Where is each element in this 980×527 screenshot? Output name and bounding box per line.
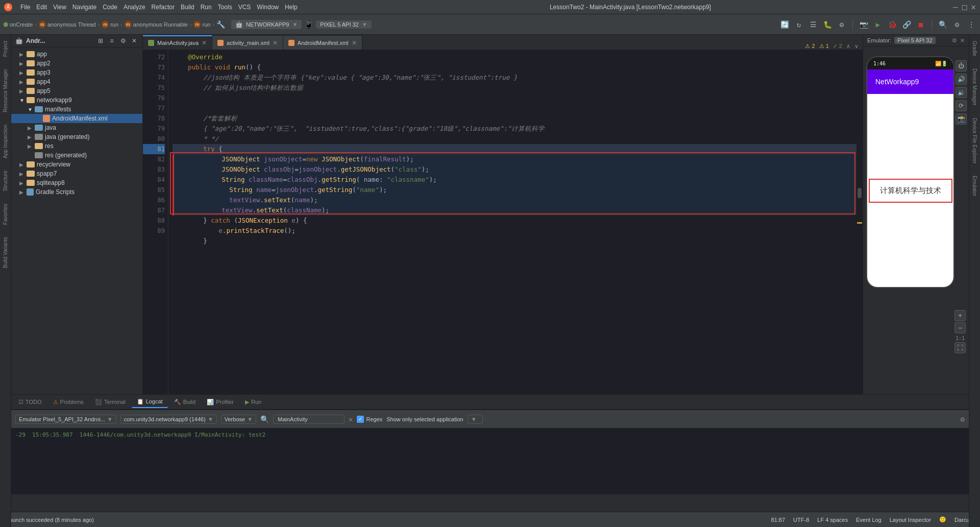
screenshot-button[interactable]: 📸 xyxy=(955,113,967,125)
search-button[interactable]: 🔍 xyxy=(937,19,948,30)
tree-item-networkapp9[interactable]: ▼ networkapp9 xyxy=(11,95,142,105)
sidebar-close-icon[interactable]: ✕ xyxy=(130,37,138,45)
tab-run[interactable]: ▶ Run xyxy=(240,397,266,408)
sidebar-expand-icon[interactable]: ⊞ xyxy=(96,37,105,45)
show-selected-dropdown[interactable]: ▼ xyxy=(468,415,483,424)
breadcrumb-runnable[interactable]: m anonymous Runnable xyxy=(125,21,188,28)
tree-item-app5[interactable]: ▶ app5 xyxy=(11,86,142,95)
more-button[interactable]: ⋮ xyxy=(966,19,977,30)
device-config[interactable]: PIXEL 5 API 32 ▼ xyxy=(316,20,371,29)
tree-item-androidmanifest[interactable]: AndroidManifest.xml xyxy=(11,114,142,123)
tree-item-java[interactable]: ▶ java xyxy=(11,123,142,132)
attach-button[interactable]: 🔗 xyxy=(901,19,912,30)
tab-activity-main-xml[interactable]: activity_main.xml ✕ xyxy=(212,35,283,50)
tab-androidmanifest[interactable]: AndroidManifest.xml ✕ xyxy=(283,35,362,50)
vtab-app-inspection[interactable]: App Inspection xyxy=(3,118,8,164)
menu-refactor[interactable]: Refactor xyxy=(152,4,175,11)
tab-close-manifest[interactable]: ✕ xyxy=(352,39,357,46)
tab-todo[interactable]: ☑ TODO xyxy=(13,397,47,408)
logcat-content[interactable]: -29 15:05:35.987 1446-1446/com.unity3d.n… xyxy=(11,428,969,494)
vtab-emulator[interactable]: Emulator xyxy=(972,170,977,202)
rotate-button[interactable]: ⟳ xyxy=(955,100,967,111)
tab-logcat[interactable]: 📋 Logcat xyxy=(132,396,168,408)
tree-item-app3[interactable]: ▶ app3 xyxy=(11,68,142,77)
editor-scrollbar[interactable] xyxy=(856,50,863,394)
menu-help[interactable]: Help xyxy=(285,4,298,11)
tab-profiler[interactable]: 📊 Profiler xyxy=(202,397,239,408)
debug-run-button[interactable]: 🐞 xyxy=(887,19,898,30)
tab-close-activitymain[interactable]: ✕ xyxy=(273,39,278,46)
status-position[interactable]: 81:87 xyxy=(771,517,786,523)
emulator-settings-icon[interactable]: ⚙ xyxy=(952,37,957,44)
vtab-build-variants[interactable]: Build Variants xyxy=(3,231,8,274)
device-dropdown-icon[interactable]: ▼ xyxy=(362,21,368,28)
stop-button[interactable]: ■ xyxy=(915,19,926,30)
tree-item-recyclerview[interactable]: ▶ recyclerview xyxy=(11,160,142,169)
status-indent[interactable]: LF 4 spaces xyxy=(817,517,848,523)
tab-close-mainactivity[interactable]: ✕ xyxy=(202,39,207,46)
tree-item-app4[interactable]: ▶ app4 xyxy=(11,77,142,86)
breadcrumb-run2[interactable]: m run xyxy=(193,21,210,28)
logcat-search-input[interactable] xyxy=(273,415,345,424)
vtab-project[interactable]: Project xyxy=(3,35,8,63)
list-button[interactable]: ☰ xyxy=(807,19,819,30)
fit-screen-button[interactable]: ⛶ xyxy=(954,342,966,353)
maximize-button[interactable]: □ xyxy=(962,2,967,12)
menu-build[interactable]: Build xyxy=(181,4,194,11)
zoom-out-button[interactable]: − xyxy=(954,322,966,333)
tree-item-gradle[interactable]: ▶ Gradle Scripts xyxy=(11,187,142,197)
menu-navigate[interactable]: Navigate xyxy=(72,4,96,11)
volume-down-button[interactable]: 🔉 xyxy=(955,87,967,98)
scrollbar-thumb[interactable] xyxy=(857,188,862,198)
tree-item-manifests[interactable]: ▼ manifests xyxy=(11,105,142,114)
refresh-button[interactable]: 🔄 xyxy=(779,19,790,30)
run-config-dropdown-icon[interactable]: ▼ xyxy=(292,21,298,28)
zoom-in-button[interactable]: + xyxy=(954,310,966,321)
sync-button[interactable]: ↻ xyxy=(793,19,804,30)
tab-problems[interactable]: ⚠ Problems xyxy=(48,397,89,408)
logcat-device-selector[interactable]: Emulator Pixel_5_API_32 Androi... ▼ xyxy=(15,415,116,424)
run-config[interactable]: 🤖 NETWORKAPP9 ▼ xyxy=(231,20,302,29)
tree-item-res[interactable]: ▶ res xyxy=(11,141,142,151)
tree-item-spapp7[interactable]: ▶ spapp7 xyxy=(11,169,142,178)
code-content[interactable]: @Override public void run() { //json结构 本… xyxy=(168,50,863,394)
minimize-button[interactable]: — xyxy=(953,2,958,12)
volume-up-button[interactable]: 🔊 xyxy=(955,74,967,85)
menu-run[interactable]: Run xyxy=(201,4,212,11)
status-layout-inspector[interactable]: Layout Inspector xyxy=(890,517,931,523)
tree-item-java-generated[interactable]: ▶ java (generated) xyxy=(11,132,142,141)
vtab-structure[interactable]: Structure xyxy=(3,164,8,198)
logcat-filter-close[interactable]: ✕ xyxy=(349,415,353,423)
vtab-device-file-explorer[interactable]: Device File Explorer xyxy=(972,112,977,170)
tree-item-app2[interactable]: ▶ app2 xyxy=(11,59,142,68)
logcat-package-selector[interactable]: com.unity3d.networkapp9 (1446) ▼ xyxy=(120,415,217,424)
logcat-settings-button[interactable]: ⚙ xyxy=(961,415,965,423)
vtab-gradle[interactable]: Gradle xyxy=(972,35,977,62)
menu-view[interactable]: View xyxy=(53,4,66,11)
tab-build[interactable]: 🔨 Build xyxy=(169,397,201,408)
tree-item-sqliteapp8[interactable]: ▶ sqliteapp8 xyxy=(11,178,142,187)
tree-item-res-generated[interactable]: res (generated) xyxy=(11,151,142,160)
power-button[interactable]: ⏻ xyxy=(955,60,967,71)
breadcrumb-run1[interactable]: m run xyxy=(102,21,118,28)
tab-terminal[interactable]: ⬛ Terminal xyxy=(90,397,131,408)
bug-button[interactable]: 🐛 xyxy=(822,19,833,30)
code-editor[interactable]: 72 73 74 75 76 77 78 79 80 81 82 83 84 8… xyxy=(143,50,863,394)
camera-button[interactable]: 📷 xyxy=(858,19,869,30)
status-encoding[interactable]: UTF-8 xyxy=(793,517,809,523)
tree-item-app[interactable]: ▶ app xyxy=(11,50,142,59)
status-event-log[interactable]: Event Log xyxy=(856,517,881,523)
tab-mainactivity[interactable]: MainActivity.java ✕ xyxy=(143,35,212,50)
emulator-close-icon[interactable]: ✕ xyxy=(960,37,965,44)
menu-tools[interactable]: Tools xyxy=(218,4,232,11)
sidebar-settings-icon[interactable]: ⚙ xyxy=(119,37,127,45)
vtab-resource-manager[interactable]: Resource Manager xyxy=(3,63,8,118)
close-button[interactable]: ✕ xyxy=(971,2,976,12)
logcat-level-selector[interactable]: Verbose ▼ xyxy=(221,415,256,424)
logcat-regex-checkbox[interactable]: ✓ Regex xyxy=(357,416,382,423)
settings2-button[interactable]: ⚙ xyxy=(951,19,963,30)
vtab-device-manager[interactable]: Device Manager xyxy=(972,62,977,112)
breadcrumb-oncreate[interactable]: ⬟ onCreate xyxy=(3,21,33,28)
settings-button[interactable]: ⚙ xyxy=(836,19,847,30)
menu-edit[interactable]: Edit xyxy=(36,4,47,11)
